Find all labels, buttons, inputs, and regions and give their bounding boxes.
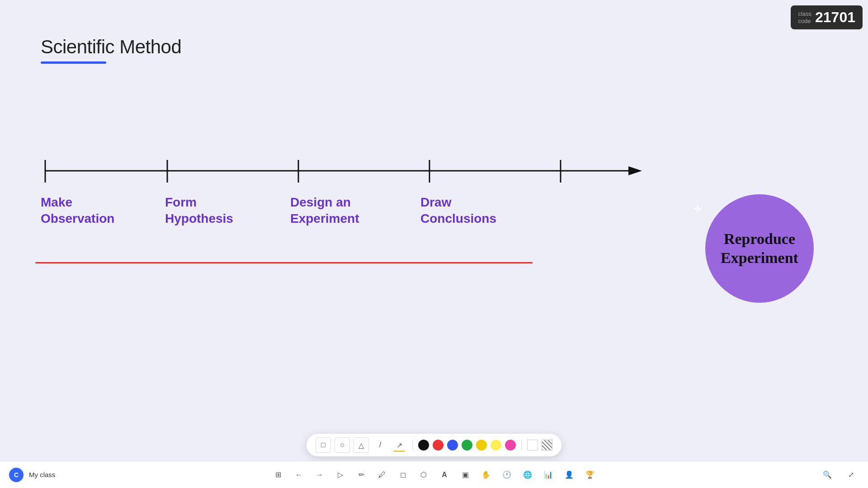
search-tool[interactable]: 🔍 (819, 467, 835, 483)
person-tool[interactable]: 👤 (561, 467, 577, 483)
rectangle-tool[interactable]: □ (316, 437, 331, 453)
title-underline (41, 61, 106, 64)
triangle-tool[interactable]: △ (354, 437, 369, 453)
back-tool[interactable]: ← (291, 467, 307, 483)
bottom-toolbar: C My class ⊞ ← → ▷ ✏ 🖊 ◻ ⬡ A ▣ ✋ 🕐 🌐 📊 👤… (0, 461, 868, 488)
class-code-number: 21701 (815, 9, 855, 26)
toolbar-right: 🔍 ⤢ (819, 467, 859, 483)
toolbar-separator-2 (521, 440, 522, 450)
color-pink[interactable] (505, 440, 516, 450)
hand-tool[interactable]: ✋ (478, 467, 494, 483)
class-code-label: class code (798, 10, 811, 24)
my-class-label: My class (29, 471, 55, 479)
move-cursor-icon: ✛ (693, 203, 702, 215)
textbox-tool[interactable]: ▣ (457, 467, 473, 483)
globe-tool[interactable]: 🌐 (519, 467, 536, 483)
forward-tool[interactable]: → (311, 467, 328, 483)
app-logo[interactable]: C (9, 468, 24, 482)
tl-label-3: Design anExperiment (290, 194, 359, 227)
arrow-tool[interactable]: ↗ (392, 437, 407, 453)
eraser-tool[interactable]: ◻ (395, 467, 411, 483)
toolbar-separator-1 (412, 440, 413, 450)
svg-marker-1 (628, 166, 642, 175)
reproduce-experiment-text: ReproduceExperiment (716, 225, 803, 272)
fill-color-white[interactable] (527, 440, 538, 450)
slide-title-container: Scientific Method (41, 36, 181, 64)
expand-tool[interactable]: ⤢ (843, 467, 859, 483)
highlighter-tool[interactable]: 🖊 (374, 467, 390, 483)
color-red[interactable] (433, 440, 443, 450)
canvas-area[interactable]: Scientific Method MakeObservation FormHy… (0, 0, 868, 461)
clock-tool[interactable]: 🕐 (499, 467, 515, 483)
color-light-yellow[interactable] (491, 440, 501, 450)
color-blue[interactable] (447, 440, 458, 450)
toolbar-left: C My class (9, 468, 55, 482)
toolbar-center: ⊞ ← → ▷ ✏ 🖊 ◻ ⬡ A ▣ ✋ 🕐 🌐 📊 👤 🏆 (270, 467, 598, 483)
class-code-badge: class code 21701 (791, 5, 863, 29)
cursor-tool[interactable]: ▷ (332, 467, 349, 483)
line-tool[interactable]: / (373, 437, 388, 453)
drawing-toolbar: □ ○ △ / ↗ (307, 434, 561, 456)
tl-label-1: MakeObservation (41, 194, 114, 227)
color-yellow[interactable] (476, 440, 487, 450)
shapes-tool[interactable]: ⬡ (415, 467, 432, 483)
trophy-tool[interactable]: 🏆 (582, 467, 598, 483)
reproduce-experiment-circle[interactable]: ReproduceExperiment (705, 194, 814, 303)
chart-tool[interactable]: 📊 (540, 467, 557, 483)
fill-color-hatch[interactable] (542, 440, 552, 450)
grid-tool[interactable]: ⊞ (270, 467, 286, 483)
tl-label-2: FormHypothesis (165, 194, 233, 227)
red-drawn-line (35, 262, 533, 263)
color-green[interactable] (462, 440, 472, 450)
circle-tool[interactable]: ○ (335, 437, 350, 453)
tl-label-4: DrawConclusions (420, 194, 496, 227)
pen-tool[interactable]: ✏ (353, 467, 369, 483)
slide-title: Scientific Method (41, 36, 181, 58)
color-black[interactable] (418, 440, 429, 450)
text-tool[interactable]: A (436, 467, 453, 483)
timeline-svg (36, 154, 646, 185)
